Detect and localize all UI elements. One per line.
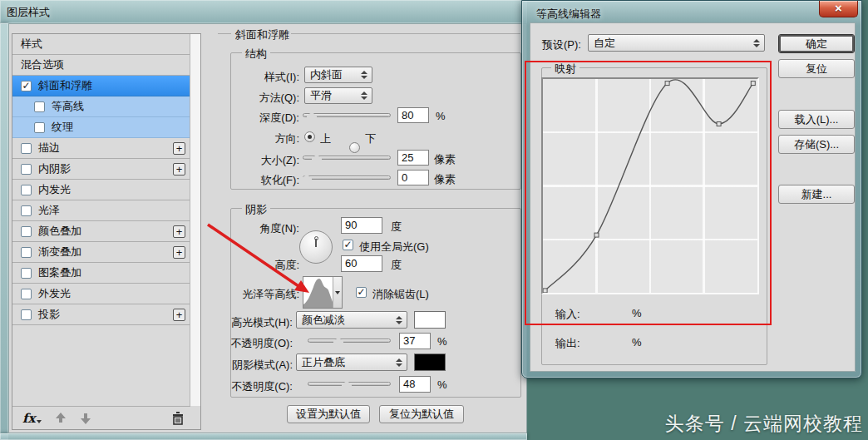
style-checkbox[interactable] [21,143,32,154]
styles-list-item[interactable]: 外发光 [12,284,190,304]
style-checkbox[interactable] [21,226,32,237]
global-light-checkbox[interactable]: ✓ [343,240,353,250]
soften-slider[interactable] [303,176,391,180]
direction-label: 方向: [233,131,299,146]
contour-thumbnail-icon [303,277,333,308]
curve-control-point[interactable] [543,289,547,293]
highlight-opacity-slider[interactable] [308,339,391,343]
shading-group-title: 阴影 [242,202,270,217]
preset-dropdown[interactable]: 自定 [588,34,765,52]
fx-icon[interactable]: fx [22,411,35,426]
technique-dropdown[interactable]: 平滑 [304,87,372,104]
gloss-contour-picker[interactable] [303,276,343,309]
curve-control-point[interactable] [594,233,599,237]
styles-list-item[interactable]: 内阴影+ [12,159,190,180]
styles-list-item[interactable]: 样式 [12,34,190,55]
styles-list-item[interactable]: 渐变叠加+ [12,242,190,263]
contour-editor-body: 预设(P): 自定 确定 复位 载入(L)... 存储(S)... 新建... … [530,22,856,372]
add-instance-plus-icon[interactable]: + [173,225,185,238]
add-instance-plus-icon[interactable]: + [173,246,185,259]
add-instance-plus-icon[interactable]: + [173,163,185,176]
styles-list-item-label: 颜色叠加 [38,224,81,239]
watermark-text: 头条号 / 云端网校教程 [665,411,863,437]
close-button[interactable]: × [819,1,858,17]
contour-dropdown-arrow-icon[interactable] [333,277,342,308]
output-label: 输出: [555,336,580,351]
styles-list-item[interactable]: 光泽 [12,200,190,221]
styles-list-item[interactable]: 等高线 [12,96,190,117]
style-checkbox[interactable] [21,289,32,299]
size-input[interactable]: 25 [397,150,429,166]
move-down-icon[interactable] [80,413,91,424]
soften-input[interactable]: 0 [397,170,429,185]
styles-list-scrollbar[interactable] [190,34,200,406]
altitude-label: 高度: [233,258,299,273]
altitude-input[interactable]: 60 [341,255,382,272]
styles-list-item[interactable]: 图案叠加 [12,263,190,284]
style-checkbox[interactable] [34,122,45,133]
layer-style-border-bottom [0,433,527,440]
styles-list-item-label: 混合选项 [21,57,64,72]
highlight-mode-dropdown[interactable]: 颜色减淡 [296,311,407,329]
add-instance-plus-icon[interactable]: + [173,309,185,321]
highlight-opacity-input[interactable]: 37 [399,333,431,349]
styles-list-item[interactable]: 投影+ [12,304,190,325]
style-checkbox[interactable] [21,309,32,320]
highlight-color-swatch[interactable] [414,311,446,329]
contour-editor-dialog: 等高线编辑器 × 预设(P): 自定 确定 复位 载入(L)... 存储(S).… [521,0,862,378]
style-checkbox[interactable] [34,101,45,112]
save-button[interactable]: 存储(S)... [778,135,855,154]
curve-control-point[interactable] [717,122,721,126]
style-checkbox[interactable]: ✓ [21,81,32,91]
reset-default-button[interactable]: 复位为默认值 [379,405,464,423]
styles-list-item[interactable]: 颜色叠加+ [12,221,190,242]
set-default-button[interactable]: 设置为默认值 [287,405,370,423]
styles-list-item-label: 图案叠加 [38,265,81,280]
reset-button[interactable]: 复位 [778,59,855,78]
screenshot-root: 图层样式 样式混合选项✓斜面和浮雕等高线纹理描边+内阴影+内发光光泽颜色叠加+渐… [0,0,868,440]
spinner-icon [753,39,760,47]
depth-input[interactable]: 80 [397,107,429,123]
contour-curve [543,79,757,293]
style-checkbox[interactable] [21,164,32,175]
layer-style-title: 图层样式 [7,5,50,20]
delete-style-trash-icon[interactable] [172,412,184,425]
style-checkbox[interactable] [21,268,32,279]
add-instance-plus-icon[interactable]: + [173,142,185,155]
contour-editor-title: 等高线编辑器 [536,7,601,22]
style-checkbox[interactable] [21,205,32,216]
layer-style-titlebar[interactable]: 图层样式 [0,0,527,23]
styles-list-rows: 样式混合选项✓斜面和浮雕等高线纹理描边+内阴影+内发光光泽颜色叠加+渐变叠加+图… [12,34,190,325]
shadow-color-swatch[interactable] [414,353,446,371]
curve-control-point[interactable] [751,82,755,86]
styles-list-item-label: 光泽 [38,203,60,218]
styles-list-panel: 样式混合选项✓斜面和浮雕等高线纹理描边+内阴影+内发光光泽颜色叠加+渐变叠加+图… [12,33,201,430]
styles-list-item[interactable]: 混合选项 [12,55,190,76]
anti-alias-checkbox[interactable]: ✓ [356,287,367,298]
bevel-panel-heading: 斜面和浮雕 [235,27,289,42]
new-button[interactable]: 新建... [778,185,855,204]
curve-control-point[interactable] [665,82,669,86]
styles-list-item[interactable]: 纹理 [12,117,190,138]
style-checkbox[interactable] [21,247,32,258]
ok-button[interactable]: 确定 [778,34,855,53]
styles-list-item[interactable]: 内发光 [12,180,190,200]
styles-list-item[interactable]: ✓斜面和浮雕 [12,76,190,96]
angle-input[interactable]: 90 [341,217,382,234]
shadow-opacity-input[interactable]: 48 [399,376,431,393]
load-button[interactable]: 载入(L)... [778,110,855,129]
style-dropdown[interactable]: 内斜面 [304,67,372,83]
style-checkbox[interactable] [21,185,32,195]
spinner-icon [361,91,367,100]
styles-list-item-label: 描边 [38,141,60,156]
move-up-icon[interactable] [55,413,67,424]
direction-down-radio[interactable] [349,142,360,153]
styles-list-footer: fx [12,406,190,429]
fx-menu-caret-icon[interactable] [37,420,42,423]
input-label: 输入: [555,307,580,322]
shadow-mode-dropdown[interactable]: 正片叠底 [296,353,407,371]
direction-up-radio[interactable] [304,131,315,142]
contour-curve-graph[interactable] [541,77,759,294]
styles-list-item[interactable]: 描边+ [12,138,190,159]
angle-dial[interactable] [299,230,333,264]
